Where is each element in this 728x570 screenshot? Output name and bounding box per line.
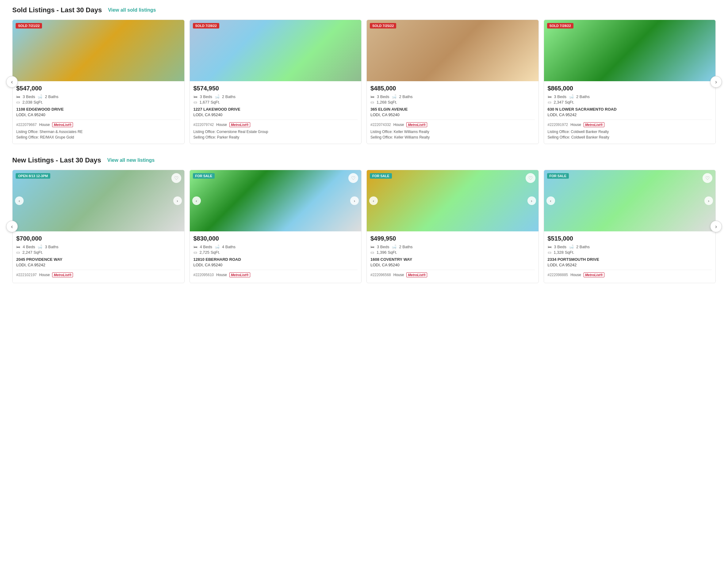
listing-type: House (570, 273, 581, 277)
metrolist-logo: MetroList® (583, 122, 604, 127)
bath-icon: 🛁 (37, 245, 42, 249)
sold-next-button[interactable]: › (710, 76, 722, 88)
listing-type: House (39, 122, 50, 127)
beds-row: 🛏 3 Beds 🛁 2 Baths (548, 94, 712, 99)
listing-photo (544, 170, 716, 231)
listing-price: $865,000 (548, 85, 712, 92)
card-body: $547,000 🛏 3 Beds 🛁 2 Baths ▭ 2,038 SqFt… (13, 81, 184, 144)
card-body: $485,000 🛏 3 Beds 🛁 2 Baths ▭ 1,268 SqFt… (367, 81, 539, 144)
bed-icon: 🛏 (16, 94, 20, 99)
sold-badge: SOLD 7/25/22 (370, 23, 396, 28)
beds-row: 🛏 3 Beds 🛁 2 Baths (370, 94, 535, 99)
listing-type: House (393, 122, 404, 127)
card-meta: #222095610 House MetroList® (193, 270, 358, 277)
listing-city: LODI, CA 95240 (370, 263, 535, 267)
listing-price: $700,000 (16, 235, 181, 242)
card-image: FOR SALE ♡ ‹ › (190, 170, 362, 231)
sqft-icon: ▭ (193, 100, 197, 104)
baths-value: 2 Baths (576, 94, 590, 99)
listing-id: #222095610 (193, 273, 214, 277)
bath-icon: 🛁 (215, 245, 219, 249)
card-specs: 🛏 4 Beds 🛁 3 Baths ▭ 2,247 SqFt. (16, 245, 181, 255)
listing-photo (544, 20, 716, 81)
bath-icon: 🛁 (392, 245, 396, 249)
favorite-button[interactable]: ♡ (703, 173, 712, 183)
card-meta: #222074332 House MetroList® (370, 119, 535, 127)
listing-photo (190, 170, 362, 231)
metrolist-logo: MetroList® (406, 272, 427, 277)
beds-value: 3 Beds (377, 245, 389, 249)
sqft-icon: ▭ (370, 100, 374, 104)
sqft-icon: ▭ (370, 250, 374, 255)
card-specs: 🛏 3 Beds 🛁 2 Baths ▭ 1,396 SqFt. (370, 245, 535, 255)
favorite-button[interactable]: ♡ (171, 173, 181, 183)
card-specs: 🛏 3 Beds 🛁 2 Baths ▭ 1,328 SqFt. (548, 245, 712, 255)
card-offices: Listing Office: Coldwell Banker RealtySe… (548, 129, 712, 140)
card-meta: #222091972 House MetroList® (548, 119, 712, 127)
sqft-value: 1,677 SqFt. (200, 100, 220, 104)
beds-row: 🛏 3 Beds 🛁 2 Baths (370, 245, 535, 249)
sqft-row: ▭ 2,038 SqFt. (16, 100, 181, 104)
beds-value: 3 Beds (377, 94, 389, 99)
listing-id: #222098885 (548, 273, 568, 277)
baths-value: 2 Baths (399, 245, 412, 249)
sqft-icon: ▭ (193, 250, 197, 255)
card-image: OPEN 8/13 12-3PM ♡ ‹ › (13, 170, 184, 231)
listing-type: House (216, 273, 227, 277)
view-all-sold-link[interactable]: View all sold listings (108, 7, 156, 13)
listing-card: OPEN 8/13 12-3PM ♡ ‹ › $700,000 🛏 4 Beds… (12, 170, 185, 283)
listing-card: SOLD 7/25/22 $485,000 🛏 3 Beds 🛁 2 Baths… (366, 20, 539, 144)
listing-photo (13, 170, 184, 231)
listing-price: $515,000 (548, 235, 712, 242)
listing-city: LODI, CA 95240 (193, 112, 358, 117)
card-next-button[interactable]: › (350, 197, 359, 205)
card-next-button[interactable]: › (527, 197, 536, 205)
card-body: $515,000 🛏 3 Beds 🛁 2 Baths ▭ 1,328 SqFt… (544, 231, 716, 283)
new-prev-button[interactable]: ‹ (6, 221, 18, 232)
card-prev-button[interactable]: ‹ (369, 197, 378, 205)
bath-icon: 🛁 (37, 94, 42, 99)
listing-address: 1608 COVENTRY WAY (370, 257, 535, 262)
favorite-button[interactable]: ♡ (526, 173, 535, 183)
sqft-icon: ▭ (548, 250, 551, 255)
listing-id: #222074332 (370, 122, 391, 127)
listing-type: House (39, 273, 50, 277)
view-all-new-link[interactable]: View all new listings (107, 158, 155, 163)
listing-type: House (570, 122, 581, 127)
favorite-button[interactable]: ♡ (348, 173, 358, 183)
bath-icon: 🛁 (215, 94, 219, 99)
sqft-value: 2,725 SqFt. (200, 250, 220, 255)
listing-address: 365 ELGIN AVENUE (370, 107, 535, 111)
sqft-row: ▭ 1,396 SqFt. (370, 250, 535, 255)
beds-row: 🛏 3 Beds 🛁 2 Baths (16, 94, 181, 99)
listing-address: 1108 EDGEWOOD DRIVE (16, 107, 181, 111)
sold-prev-button[interactable]: ‹ (6, 76, 18, 88)
beds-value: 3 Beds (23, 94, 35, 99)
listing-city: LODI, CA 95242 (548, 112, 712, 117)
card-specs: 🛏 4 Beds 🛁 4 Baths ▭ 2,725 SqFt. (193, 245, 358, 255)
card-prev-button[interactable]: ‹ (546, 197, 555, 205)
new-next-button[interactable]: › (710, 221, 722, 232)
bath-icon: 🛁 (392, 94, 396, 99)
listing-badge: FOR SALE (193, 173, 215, 179)
card-image: SOLD 7/21/22 (13, 20, 184, 81)
metrolist-logo: MetroList® (52, 272, 73, 277)
listing-photo (367, 20, 539, 81)
card-prev-button[interactable]: ‹ (15, 197, 24, 205)
listing-photo (13, 20, 184, 81)
card-next-button[interactable]: › (173, 197, 182, 205)
new-listings-grid: OPEN 8/13 12-3PM ♡ ‹ › $700,000 🛏 4 Beds… (12, 170, 716, 283)
listing-id: #222079667 (16, 122, 37, 127)
listing-type: House (216, 122, 227, 127)
bed-icon: 🛏 (548, 245, 552, 249)
sqft-row: ▭ 2,247 SqFt. (16, 250, 181, 255)
listing-address: 2045 PROVIDENCE WAY (16, 257, 181, 262)
card-prev-button[interactable]: ‹ (192, 197, 201, 205)
bath-icon: 🛁 (569, 94, 574, 99)
card-next-button[interactable]: › (704, 197, 713, 205)
listing-badge: OPEN 8/13 12-3PM (16, 173, 50, 179)
card-body: $574,950 🛏 3 Beds 🛁 2 Baths ▭ 1,677 SqFt… (190, 81, 362, 144)
card-specs: 🛏 3 Beds 🛁 2 Baths ▭ 2,347 SqFt. (548, 94, 712, 104)
sold-badge: SOLD 7/28/22 (193, 23, 219, 28)
baths-value: 2 Baths (576, 245, 590, 249)
